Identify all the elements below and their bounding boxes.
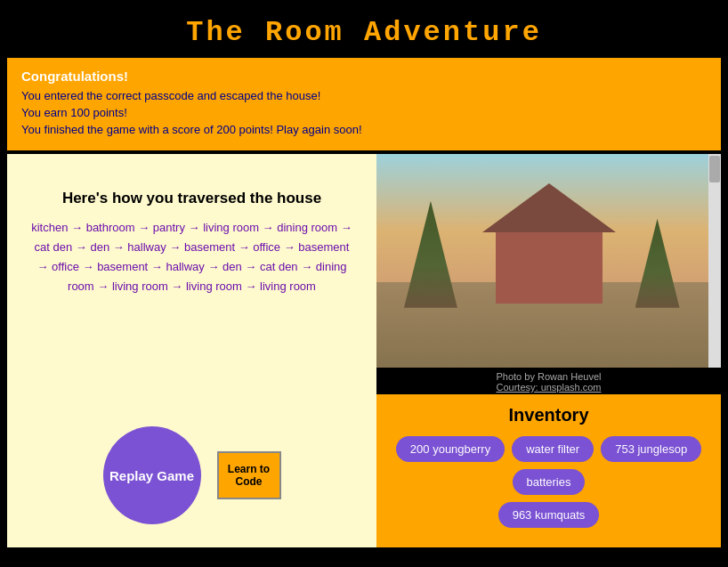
congrats-section: Congratulations! You entered the correct…	[7, 58, 721, 150]
congrats-line1: You entered the correct passcode and esc…	[21, 89, 707, 102]
page-title: The Room Adventure	[7, 16, 721, 49]
traversal-heading: Here's how you traversed the house	[30, 190, 353, 207]
congrats-line3: You finished the game with a score of 20…	[21, 123, 707, 136]
inventory-row-2: 963 kumquats	[389, 502, 708, 528]
title-bar: The Room Adventure	[7, 7, 721, 58]
main-area: Here's how you traversed the house kitch…	[7, 154, 721, 547]
scrollbar-track[interactable]	[708, 154, 721, 368]
congrats-heading: Congratulations!	[21, 69, 707, 84]
photo-credit-section: Photo by Rowan Heuvel Courtesy: unsplash…	[376, 368, 721, 394]
inventory-item-2: 753 junglesop	[601, 436, 701, 462]
house-image-area	[376, 154, 721, 368]
scrollbar-thumb[interactable]	[709, 156, 720, 182]
photo-credit-link[interactable]: Courtesy: unsplash.com	[497, 382, 602, 393]
inventory-item-4: 963 kumquats	[498, 502, 600, 528]
traversal-path: kitchen → bathroom → pantry → living roo…	[30, 218, 353, 296]
mist-overlay	[376, 154, 721, 368]
inventory-section: Inventory 200 youngberry water filter 75…	[376, 394, 721, 547]
inventory-item-3: batteries	[513, 469, 586, 495]
bottom-left: Replay Game Learn to Code	[103, 426, 281, 533]
replay-button[interactable]: Replay Game	[103, 426, 201, 524]
left-panel: Here's how you traversed the house kitch…	[7, 154, 376, 547]
photo-credit-text: Photo by Rowan Heuvel	[376, 371, 721, 382]
house-image	[376, 154, 721, 368]
congrats-line2: You earn 100 points!	[21, 106, 707, 119]
right-panel: Photo by Rowan Heuvel Courtesy: unsplash…	[376, 154, 721, 547]
inventory-heading: Inventory	[389, 405, 708, 425]
inventory-row-1: 200 youngberry water filter 753 jungleso…	[389, 436, 708, 495]
learn-to-code-button[interactable]: Learn to Code	[217, 451, 281, 499]
traversal-section: Here's how you traversed the house kitch…	[21, 172, 362, 305]
inventory-item-1: water filter	[512, 436, 594, 462]
inventory-item-0: 200 youngberry	[396, 436, 505, 462]
